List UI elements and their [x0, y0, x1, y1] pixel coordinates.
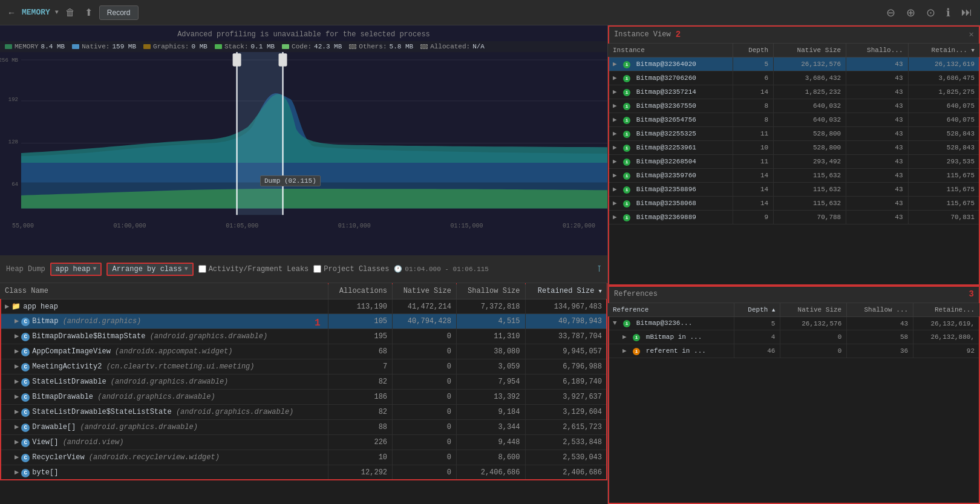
class-icon: C [21, 469, 30, 477]
class-table-row[interactable]: ▶CStateListDrawable$StateListState (andr… [0, 405, 607, 420]
project-classes-checkbox[interactable]: Project Classes [313, 265, 389, 273]
expand-icon[interactable]: ▶ [15, 438, 19, 447]
plus-button[interactable]: ⊕ [903, 5, 918, 21]
heap-dropdown[interactable]: app heap ▼ [50, 263, 102, 276]
expand-icon[interactable]: ▶ [613, 61, 617, 68]
info-button[interactable]: ℹ [943, 5, 953, 21]
instance-name-text: Bitmap@32367550 [636, 102, 696, 110]
instance-depth-cell: 9 [733, 211, 774, 224]
instance-table-row[interactable]: ▶ i Bitmap@32255325 11 528,800 43 528,84… [608, 127, 980, 141]
expand-icon[interactable]: ▶ [613, 102, 617, 110]
class-table-row[interactable]: ▶CMeetingActivity2 (cn.cleartv.rtcmeetin… [0, 359, 607, 375]
instance-table-row[interactable]: ▶ i Bitmap@32369889 9 70,788 43 70,831 [608, 211, 980, 224]
ref-retained-cell: 92 [913, 344, 980, 358]
instance-table-row[interactable]: ▶ i Bitmap@32367550 8 640,032 43 640,075 [608, 99, 980, 113]
stat-value-native: 159 MB [112, 43, 136, 50]
expand-icon[interactable]: ▶ [613, 158, 617, 165]
class-table-row[interactable]: ▶CBitmapDrawable$BitmapState (android.gr… [0, 329, 607, 344]
expand-icon[interactable]: ▶ [613, 144, 617, 151]
instance-instance-header[interactable]: Instance [608, 44, 733, 57]
ref-table-row[interactable]: ▶ i mBitmap in ... 4 0 58 26,132,880, [608, 330, 980, 344]
expand-icon[interactable]: ▶ [622, 347, 627, 355]
ref-shallow-header[interactable]: Shallow ... [847, 303, 913, 317]
expand-icon[interactable]: ▶ [613, 214, 617, 221]
instance-shallow-header[interactable]: Shallo... [846, 44, 908, 57]
class-table-row[interactable]: ▶CBitmapDrawable (android.graphics.drawa… [0, 390, 607, 405]
expand-icon[interactable]: ▶ [15, 408, 19, 416]
ref-table-row[interactable]: ▼ i Bitmap@3236... 5 26,132,576 43 26,13… [608, 317, 980, 330]
expand-icon[interactable]: ▶ [15, 317, 19, 326]
project-checkbox-input[interactable] [313, 265, 321, 273]
ref-depth-header[interactable]: Depth ▲ [734, 303, 780, 317]
expand-icon[interactable]: ▶ [613, 130, 617, 137]
shallow-size-header[interactable]: Shallow Size [456, 283, 525, 299]
expand-icon[interactable]: ▶ [15, 362, 19, 371]
expand-icon[interactable]: ▶ [15, 332, 19, 341]
class-table-row[interactable]: ▶📁app heap 113,190 41,472,214 7,372,818 … [0, 299, 607, 314]
ref-table-row[interactable]: ▶ i referent in ... 46 0 36 92 [608, 344, 980, 358]
instance-table-row[interactable]: ▶ i Bitmap@32268504 11 293,492 43 293,53… [608, 155, 980, 169]
arrange-dropdown[interactable]: Arrange by class ▼ [106, 263, 193, 276]
class-table-row[interactable]: ▶CAppCompatImageView (androidx.appcompat… [0, 344, 607, 359]
instance-native-size-header[interactable]: Native Size [774, 44, 846, 57]
record-button[interactable]: Record [99, 5, 139, 20]
class-table-row[interactable]: ▶CRecyclerView (androidx.recyclerview.wi… [0, 450, 607, 465]
instance-native-size-cell: 26,132,576 [774, 57, 846, 71]
instance-table-row[interactable]: ▶ i Bitmap@32357214 14 1,825,232 43 1,82… [608, 85, 980, 99]
class-table-row[interactable]: ▶CStateListDrawable (android.graphics.dr… [0, 375, 607, 390]
expand-icon[interactable]: ▶ [15, 453, 19, 462]
class-table-row[interactable]: ▶CDrawable[] (android.graphics.drawable)… [0, 420, 607, 435]
export-button[interactable]: ⬆ [82, 5, 96, 19]
instance-depth-header[interactable]: Depth [733, 44, 774, 57]
expand-icon[interactable]: ▶ [15, 347, 19, 356]
next-button[interactable]: ⏭ [958, 5, 975, 20]
stat-label-others: Others: [359, 43, 387, 50]
allocations-header[interactable]: Allocations [328, 283, 393, 299]
expand-icon[interactable]: ▶ [5, 303, 9, 311]
expand-icon[interactable]: ▶ [15, 423, 19, 431]
class-name-header[interactable]: Class Name [0, 283, 328, 299]
instance-retained-header[interactable]: Retain... ▼ [908, 44, 979, 57]
delete-button[interactable]: 🗑 [62, 6, 78, 19]
expand-icon[interactable]: ▶ [613, 172, 617, 179]
minus-button[interactable]: ⊖ [883, 5, 898, 21]
expand-icon[interactable]: ▶ [613, 200, 617, 207]
native-size-cell: 0 [393, 420, 457, 435]
expand-icon[interactable]: ▶ [613, 116, 617, 123]
class-table-row[interactable]: ▶CBitmap (android.graphics) 105 40,794,4… [0, 314, 607, 329]
instance-shallow-cell: 43 [846, 71, 908, 85]
target-button[interactable]: ⊙ [923, 5, 938, 21]
expand-icon[interactable]: ▶ [622, 333, 627, 341]
class-table-row[interactable]: ▶Cbyte[] 12,292 0 2,406,686 2,406,686 [0, 465, 607, 480]
native-size-header[interactable]: Native Size [393, 283, 457, 299]
retained-size-header[interactable]: Retained Size ▼ [525, 283, 607, 299]
class-table-row[interactable]: ▶CView[] (android.view) 226 0 9,448 2,53… [0, 435, 607, 450]
expand-icon[interactable]: ▶ [15, 393, 19, 401]
instance-table-row[interactable]: ▶ i Bitmap@32358068 14 115,632 43 115,67… [608, 197, 980, 211]
instance-table-row[interactable]: ▶ i Bitmap@32358896 14 115,632 43 115,67… [608, 183, 980, 197]
activity-checkbox-input[interactable] [198, 265, 206, 273]
instance-table-row[interactable]: ▶ i Bitmap@32359760 14 115,632 43 115,67… [608, 169, 980, 183]
expand-icon[interactable]: ▶ [15, 378, 19, 386]
time-range: 🕐 01:04.000 - 01:06.115 [394, 265, 489, 273]
class-icon: C [21, 318, 30, 326]
expand-icon[interactable]: ▶ [613, 74, 617, 82]
instance-table-row[interactable]: ▶ i Bitmap@32654756 8 640,032 43 640,075 [608, 113, 980, 127]
ref-reference-header[interactable]: Reference [608, 303, 734, 317]
ref-native-size-cell: 26,132,576 [780, 317, 847, 330]
expand-icon[interactable]: ▶ [613, 88, 617, 96]
instance-retained-cell: 528,843 [908, 141, 979, 155]
expand-icon[interactable]: ▼ [613, 319, 617, 327]
expand-icon[interactable]: ▶ [15, 468, 19, 477]
ref-name-text: Bitmap@3236... [636, 319, 692, 327]
activity-fragment-checkbox[interactable]: Activity/Fragment Leaks [198, 265, 309, 273]
back-button[interactable]: ← [5, 7, 18, 19]
instance-view-close[interactable]: ✕ [969, 29, 974, 39]
instance-table-row[interactable]: ▶ i Bitmap@32706260 6 3,686,432 43 3,686… [608, 71, 980, 85]
instance-table-row[interactable]: ▶ i Bitmap@32364020 5 26,132,576 43 26,1… [608, 57, 980, 71]
filter-icon[interactable]: ⊺ [597, 264, 601, 274]
ref-native-size-header[interactable]: Native Size [780, 303, 847, 317]
expand-icon[interactable]: ▶ [613, 186, 617, 193]
ref-retained-header[interactable]: Retaine... [913, 303, 980, 317]
instance-table-row[interactable]: ▶ i Bitmap@32253961 10 528,800 43 528,84… [608, 141, 980, 155]
